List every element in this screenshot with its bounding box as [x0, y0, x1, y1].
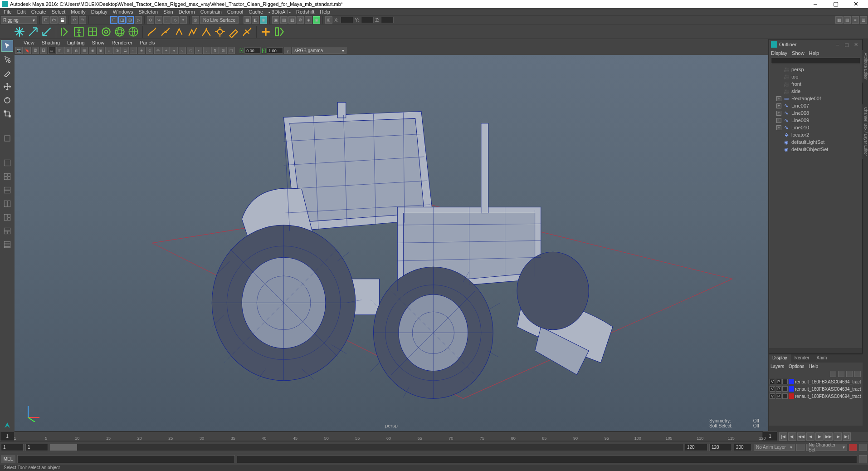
pt-motion-icon[interactable]: ≈	[130, 47, 137, 54]
outliner-menu-help[interactable]: Help	[809, 50, 819, 56]
outliner-item[interactable]: +Line008	[769, 109, 862, 117]
command-input[interactable]	[17, 455, 235, 463]
last-tool[interactable]	[1, 132, 13, 144]
shelf-cluster-icon[interactable]	[100, 26, 112, 38]
z-input[interactable]	[381, 17, 394, 23]
snap-curve-icon[interactable]: ↝	[155, 16, 162, 24]
outliner-min-button[interactable]: –	[833, 42, 842, 47]
pt-exp2-icon[interactable]: ○	[179, 47, 186, 54]
layout-single-icon[interactable]	[1, 157, 13, 169]
gamma-icon[interactable]: γ	[284, 47, 291, 54]
pt-snap3-icon[interactable]: ⊡	[219, 47, 227, 54]
layer-row[interactable]: VPrenault_160FBXASC04694_tract	[769, 385, 863, 392]
outliner-tree[interactable]: persptopfrontside+Rectangle001+Line007+L…	[769, 65, 862, 348]
outliner-item[interactable]: front	[769, 80, 862, 88]
pt-smooth-icon[interactable]: ◉	[89, 47, 96, 54]
timeline-ruler[interactable]: 1510152025303540455055606570758085909510…	[15, 432, 763, 441]
outliner-item[interactable]: +Line007	[769, 102, 862, 109]
near-clip-input[interactable]: 0.00	[244, 47, 261, 54]
move-tool[interactable]	[1, 81, 13, 93]
menu-skeleton[interactable]: Skeleton	[136, 9, 161, 15]
layer-vis-toggle[interactable]: V	[770, 379, 775, 384]
panel-menu-show[interactable]: Show	[88, 40, 108, 45]
shelf-lattice-icon[interactable]	[87, 26, 98, 38]
menu-edit[interactable]: Edit	[15, 9, 29, 15]
select-tool[interactable]	[1, 40, 13, 52]
outliner-item[interactable]: +Line009	[769, 117, 862, 124]
paint-select-tool[interactable]	[1, 67, 13, 79]
shelf-fbik-icon[interactable]	[59, 26, 71, 38]
scale-tool[interactable]	[1, 108, 13, 120]
script-lang-button[interactable]: MEL	[1, 455, 15, 463]
pt-res-icon[interactable]: ◫	[56, 47, 63, 54]
step-back-key-button[interactable]: ◀|	[788, 432, 796, 441]
layer-btn-1-icon[interactable]	[830, 371, 836, 377]
current-frame-start[interactable]: 1	[0, 432, 15, 441]
go-end-button[interactable]: ▶|	[843, 432, 851, 441]
outliner-max-button[interactable]: ▢	[842, 42, 851, 48]
menu-control[interactable]: Control	[224, 9, 246, 15]
layout-outline-icon[interactable]	[1, 239, 13, 250]
menu-deform[interactable]: Deform	[176, 9, 198, 15]
pt-gate2-icon[interactable]: ◫	[228, 47, 235, 54]
panel-menu-shading[interactable]: Shading	[38, 40, 63, 45]
expand-icon[interactable]: +	[776, 111, 781, 116]
step-fwd-key-button[interactable]: |▶	[834, 432, 842, 441]
pt-shadow-icon[interactable]: ◑	[113, 47, 121, 54]
snap-live-icon[interactable]: ✦	[180, 16, 187, 24]
outliner-item[interactable]: +Line010	[769, 124, 862, 131]
shelf-globe-icon[interactable]	[127, 26, 139, 38]
script-editor-icon[interactable]	[859, 455, 867, 463]
menu-file[interactable]: File	[1, 9, 15, 15]
pt-more-icon[interactable]: ▸	[195, 47, 202, 54]
outliner-menu-show[interactable]: Show	[792, 50, 805, 56]
shelf-mirror-icon[interactable]	[200, 26, 212, 38]
undo-icon[interactable]: ↶	[71, 16, 78, 24]
sidebar-toggle-2-icon[interactable]: ▤	[844, 16, 851, 24]
open-scene-icon[interactable]: 🗁	[50, 16, 58, 24]
lasso-tool[interactable]	[1, 54, 13, 65]
outliner-item[interactable]: defaultObjectSet	[769, 146, 862, 153]
snap-point-icon[interactable]: ·	[163, 16, 171, 24]
layout-four-icon[interactable]	[1, 171, 13, 182]
panel-menu-panels[interactable]: Panels	[136, 40, 159, 45]
no-live-surface-button[interactable]: No Live Surface	[200, 16, 239, 24]
hypershade-icon[interactable]: ◈	[305, 16, 312, 24]
layer-blank-toggle[interactable]	[782, 393, 788, 399]
layer-color-swatch[interactable]	[789, 386, 794, 392]
snap-plane-icon[interactable]: ◇	[171, 16, 179, 24]
shelf-end-icon[interactable]	[273, 26, 285, 38]
range-fps[interactable]: 200	[734, 444, 752, 451]
layer-blank-toggle[interactable]	[782, 379, 788, 384]
outliner-menu-display[interactable]: Display	[771, 50, 787, 56]
layout-3a-icon[interactable]	[1, 211, 13, 223]
step-fwd-button[interactable]: ▶▶	[824, 432, 833, 441]
play-back-button[interactable]: ◀	[806, 432, 814, 441]
shelf-sphere-icon[interactable]	[114, 26, 126, 38]
play-fwd-button[interactable]: ▶	[815, 432, 824, 441]
pt-light-icon[interactable]: ☼	[105, 47, 112, 54]
menu-3dtoall[interactable]: - 3DtoAll -	[266, 9, 293, 15]
rotate-tool[interactable]	[1, 94, 13, 106]
expand-icon[interactable]: +	[776, 103, 781, 108]
layer-btn-2-icon[interactable]	[838, 371, 844, 377]
construction-history-icon[interactable]: ▦	[244, 16, 251, 24]
menu-help[interactable]: Help	[317, 9, 333, 15]
sidebar-toggle-1-icon[interactable]: ▦	[835, 16, 843, 24]
expand-icon[interactable]: +	[776, 125, 781, 130]
sidebar-toggle-3-icon[interactable]: ≡	[852, 16, 859, 24]
range-thumb[interactable]	[50, 444, 77, 451]
menu-skin[interactable]: Skin	[161, 9, 176, 15]
expand-icon[interactable]: +	[776, 96, 781, 101]
right-scroll[interactable]	[863, 39, 868, 431]
layer-tab-display[interactable]: Display	[769, 354, 791, 363]
new-scene-icon[interactable]: 🗋	[42, 16, 49, 24]
layout-two-h-icon[interactable]	[1, 184, 13, 196]
go-start-button[interactable]: |◀	[779, 432, 787, 441]
shelf-bind1-icon[interactable]	[146, 26, 158, 38]
anim-layer-dropdown[interactable]: No Anim Layer▾	[754, 444, 795, 451]
layer-menu-layers[interactable]: Layers	[770, 364, 784, 369]
menu-select[interactable]: Select	[49, 9, 68, 15]
layout-3b-icon[interactable]	[1, 225, 13, 237]
autokey-icon[interactable]	[849, 444, 857, 451]
